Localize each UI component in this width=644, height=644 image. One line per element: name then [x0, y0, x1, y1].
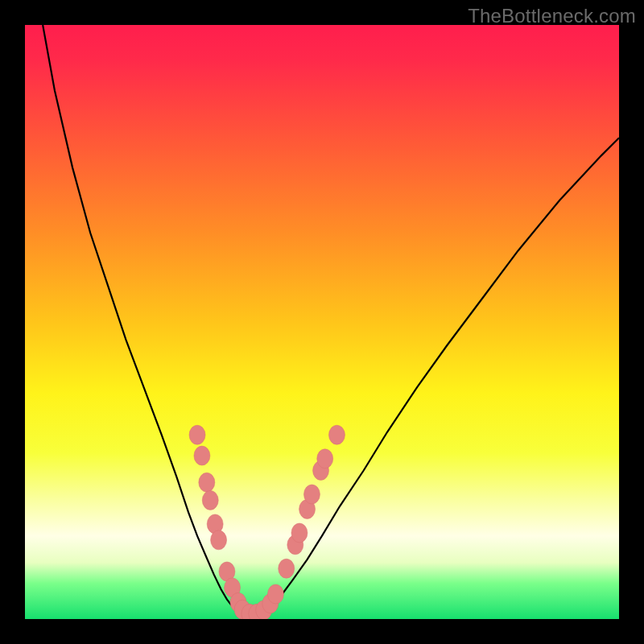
- highlight-marker: [199, 473, 215, 492]
- watermark-text: TheBottleneck.com: [468, 5, 636, 27]
- highlight-marker: [303, 485, 320, 504]
- highlight-marker: [194, 446, 210, 465]
- highlight-marker: [291, 523, 308, 543]
- chart-background: [25, 25, 619, 619]
- chart-plot-area: [25, 25, 619, 619]
- highlight-marker: [211, 530, 227, 550]
- highlight-marker: [202, 490, 218, 510]
- highlight-marker: [317, 449, 333, 469]
- chart-frame: TheBottleneck.com: [0, 0, 644, 644]
- highlight-marker: [328, 425, 345, 444]
- highlight-marker: [279, 559, 295, 578]
- highlight-marker: [267, 584, 283, 604]
- highlight-marker: [189, 425, 205, 444]
- chart-svg: [25, 25, 619, 619]
